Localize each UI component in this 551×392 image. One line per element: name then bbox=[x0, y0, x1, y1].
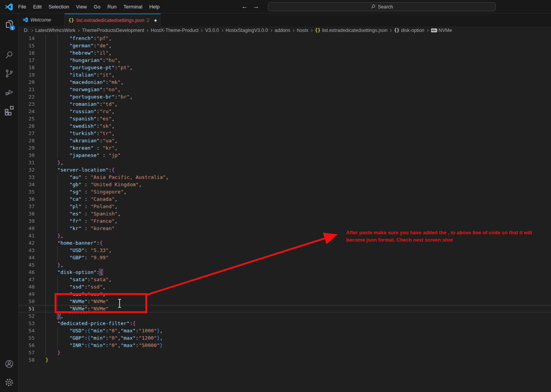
nav-back-icon[interactable]: ← bbox=[241, 3, 248, 10]
code-line-33[interactable]: 33 "au" : "Asia Pacific, Australia", bbox=[18, 173, 551, 181]
code-line-30[interactable]: 30 "japanese" : "jp" bbox=[18, 152, 551, 159]
code-text: "kr" : "korean" bbox=[35, 225, 115, 232]
breadcrumb-label: LatestWhmcsWork bbox=[35, 28, 76, 33]
code-line-18[interactable]: 18 "portuguese-pt":"pt", bbox=[18, 64, 551, 71]
settings-gear-icon[interactable] bbox=[0, 373, 18, 392]
code-line-37[interactable]: 37 "pl" : "Poland", bbox=[18, 203, 551, 210]
breadcrumb-item[interactable]: {}list.extradedicatedsettings.json bbox=[315, 28, 388, 33]
breadcrumb-item[interactable]: {}disk-option bbox=[394, 28, 424, 33]
code-text: "sg" : "Singapore", bbox=[35, 188, 127, 195]
line-number: 50 bbox=[18, 298, 35, 305]
breadcrumb-label: D: bbox=[24, 28, 29, 33]
code-line-19[interactable]: 19 "italian":"it", bbox=[18, 71, 551, 78]
modified-dot-icon[interactable]: ● bbox=[154, 17, 157, 23]
menu-selection[interactable]: Selection bbox=[45, 2, 72, 11]
code-text: "ukranian":"ua", bbox=[35, 137, 118, 144]
code-line-43[interactable]: 43 "USD": "5.33", bbox=[18, 247, 551, 254]
breadcrumb-item[interactable]: hostx bbox=[297, 28, 308, 33]
code-line-24[interactable]: 24 "russian":"ru", bbox=[18, 108, 551, 115]
accounts-icon[interactable] bbox=[0, 355, 18, 373]
code-line-45[interactable]: 45 }, bbox=[18, 261, 551, 269]
chevron-right-icon bbox=[292, 29, 295, 32]
tab-welcome[interactable]: Welcome bbox=[18, 13, 65, 26]
code-line-50[interactable]: 50 "NVMe":"NVMe" bbox=[18, 298, 551, 305]
menu-file[interactable]: File bbox=[15, 2, 30, 11]
code-text: "ssd":"ssd", bbox=[35, 283, 106, 290]
breadcrumb-item[interactable]: V3.0.0 bbox=[205, 28, 219, 33]
code-line-56[interactable]: 56 "INR":{"min":"0","max":"50000"} bbox=[18, 342, 551, 349]
code-line-15[interactable]: 15 "german":"de", bbox=[18, 42, 551, 49]
chevron-right-icon bbox=[200, 29, 203, 32]
code-line-35[interactable]: 35 "sg" : "Singapore", bbox=[18, 188, 551, 195]
line-number: 40 bbox=[18, 225, 35, 232]
source-control-icon[interactable] bbox=[0, 64, 18, 83]
code-line-52[interactable]: 52 }, bbox=[18, 312, 551, 320]
code-line-17[interactable]: 17 "hungarian":"hu", bbox=[18, 57, 551, 64]
tab-json-file[interactable]: {} list.extradedicatedsettings.json 2 ● bbox=[65, 13, 161, 26]
code-line-27[interactable]: 27 "turkish":"tr", bbox=[18, 130, 551, 137]
annotation-line-2: become json format. Chech next screen sh… bbox=[346, 236, 546, 244]
code-line-29[interactable]: 29 "korean" : "kr", bbox=[18, 144, 551, 152]
code-editor[interactable]: 14 "french":"pf",15 "german":"de",16 "he… bbox=[18, 35, 551, 392]
code-line-32[interactable]: 32 "server-location":{ bbox=[18, 166, 551, 173]
code-line-38[interactable]: 38 "es" : "Spanish", bbox=[18, 210, 551, 217]
code-text: "disk-option":{ bbox=[35, 269, 103, 276]
menu-edit[interactable]: Edit bbox=[30, 2, 45, 11]
code-line-31[interactable]: 31 }, bbox=[18, 159, 551, 166]
annotation-text: After paste make sure you have added the… bbox=[346, 229, 546, 244]
line-number: 42 bbox=[18, 239, 35, 247]
code-line-26[interactable]: 26 "swedish":"sk", bbox=[18, 122, 551, 130]
run-and-debug-icon[interactable] bbox=[0, 83, 18, 101]
breadcrumb-item[interactable]: HostxStagingV3.0.0 bbox=[226, 28, 268, 33]
breadcrumb-item[interactable]: D: bbox=[24, 28, 29, 33]
code-line-53[interactable]: 53 "dedicated-price-filter":{ bbox=[18, 320, 551, 327]
search-sidebar-icon[interactable] bbox=[0, 46, 18, 64]
code-line-20[interactable]: 20 "macedonian":"mk", bbox=[18, 78, 551, 86]
code-line-44[interactable]: 44 "GBP": "9.99" bbox=[18, 254, 551, 261]
breadcrumb-item[interactable]: abcNVMe bbox=[431, 28, 452, 33]
code-line-14[interactable]: 14 "french":"pf", bbox=[18, 35, 551, 42]
explorer-icon[interactable]: 1 bbox=[0, 15, 18, 33]
line-number: 36 bbox=[18, 195, 35, 203]
extensions-icon[interactable] bbox=[0, 101, 18, 120]
menu-help[interactable]: Help bbox=[146, 2, 163, 11]
line-number: 14 bbox=[18, 35, 35, 42]
breadcrumb-item[interactable]: addons bbox=[275, 28, 290, 33]
code-line-46[interactable]: 46 "disk-option":{ bbox=[18, 269, 551, 276]
code-text: "au" : "Asia Pacific, Australia", bbox=[35, 173, 169, 181]
code-line-48[interactable]: 48 "ssd":"ssd", bbox=[18, 283, 551, 290]
breadcrumb-item[interactable]: LatestWhmcsWork bbox=[35, 28, 76, 33]
menu-terminal[interactable]: Terminal bbox=[120, 2, 146, 11]
breadcrumb-label: ThemeProductsDevelopment bbox=[82, 28, 144, 33]
code-line-16[interactable]: 16 "hebrew":"il", bbox=[18, 49, 551, 57]
line-number: 57 bbox=[18, 349, 35, 356]
menu-view[interactable]: View bbox=[73, 2, 90, 11]
code-line-57[interactable]: 57 } bbox=[18, 349, 551, 356]
command-center-search[interactable]: Search bbox=[268, 2, 496, 11]
code-line-54[interactable]: 54 "USD":{"min":"0","max":"1000"}, bbox=[18, 327, 551, 334]
code-text: "hebrew":"il", bbox=[35, 49, 112, 57]
breadcrumb-label: addons bbox=[275, 28, 290, 33]
code-line-25[interactable]: 25 "spanish":"es", bbox=[18, 115, 551, 122]
nav-forward-icon[interactable]: → bbox=[253, 3, 259, 10]
code-line-58[interactable]: 58} bbox=[18, 356, 551, 364]
menu-run[interactable]: Run bbox=[104, 2, 120, 11]
code-line-34[interactable]: 34 "gb" : "United Kingdom", bbox=[18, 181, 551, 188]
code-line-51[interactable]: 51 "NVMe":"NVMe" bbox=[18, 305, 551, 312]
code-text: "NVMe":"NVMe" bbox=[35, 298, 108, 305]
code-text: "german":"de", bbox=[35, 42, 112, 49]
code-line-36[interactable]: 36 "ca" : "Canada", bbox=[18, 195, 551, 203]
breadcrumb-item[interactable]: HostX-Theme-Product bbox=[151, 28, 198, 33]
code-line-55[interactable]: 55 "GBP":{"min":"0","max":"1200"}, bbox=[18, 334, 551, 342]
code-line-47[interactable]: 47 "sata":"sata", bbox=[18, 276, 551, 283]
code-line-49[interactable]: 49 "sas":"sas", bbox=[18, 290, 551, 298]
code-line-22[interactable]: 22 "portuguese-br":"br", bbox=[18, 93, 551, 100]
line-number: 17 bbox=[18, 57, 35, 64]
code-text: }, bbox=[35, 261, 63, 269]
code-line-21[interactable]: 21 "norwegian":"no", bbox=[18, 86, 551, 93]
code-line-28[interactable]: 28 "ukranian":"ua", bbox=[18, 137, 551, 144]
breadcrumb-item[interactable]: ThemeProductsDevelopment bbox=[82, 28, 144, 33]
menu-go[interactable]: Go bbox=[90, 2, 104, 11]
code-line-23[interactable]: 23 "romanian":"td", bbox=[18, 100, 551, 108]
code-line-39[interactable]: 39 "fr" : "France", bbox=[18, 217, 551, 225]
